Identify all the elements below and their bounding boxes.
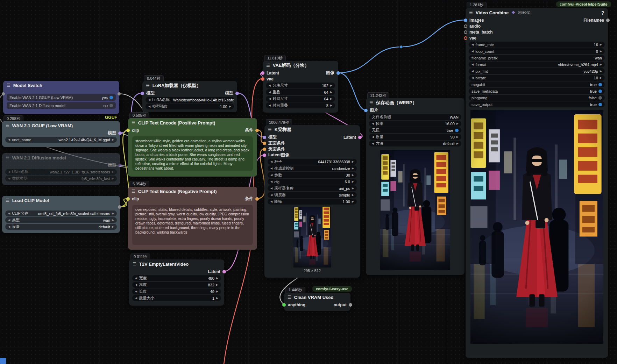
node-wan-diffusion[interactable]: ☰WAN 2.1 Diffusion model 模型 ◀ UNet名称 wan… bbox=[2, 153, 120, 185]
output-port[interactable] bbox=[349, 303, 352, 307]
collapse-icon[interactable]: ☰ bbox=[469, 10, 473, 15]
widget-method[interactable]: ◀方法default▶ bbox=[369, 141, 461, 147]
spinner-right-icon[interactable]: ▶ bbox=[216, 297, 218, 300]
widget-overlap[interactable]: ◀重叠64▶ bbox=[266, 89, 335, 95]
collapse-icon[interactable]: ☰ bbox=[268, 127, 272, 132]
spinner-left-icon[interactable]: ◀ bbox=[471, 76, 474, 79]
comfyui-canvas[interactable]: { "nodes": { "model_switch": { "title": … bbox=[0, 0, 617, 364]
spinner-right-icon[interactable]: ▶ bbox=[352, 167, 354, 170]
collapse-icon[interactable]: ☰ bbox=[288, 295, 291, 300]
collapse-icon[interactable]: ☰ bbox=[6, 123, 9, 128]
node-ksampler[interactable]: ☰K采样器 模型 Latent 正面条件 负面条件 Latent图像 ◀种子64… bbox=[264, 125, 360, 278]
widget-seed[interactable]: ◀种子644173133686038▶ bbox=[268, 159, 357, 165]
spinner-right-icon[interactable]: ▶ bbox=[216, 290, 218, 293]
toggle-on-icon[interactable] bbox=[598, 90, 602, 93]
spinner-left-icon[interactable]: ◀ bbox=[135, 277, 137, 280]
widget-device[interactable]: ◀ 设备 default ▶ bbox=[5, 224, 117, 230]
node-video-combine[interactable]: ☰ Video Combine ❖ ⓋⒽⓈ ? images Filenames… bbox=[466, 8, 608, 358]
widget-save-metadata[interactable]: save_metadatatrue bbox=[469, 88, 605, 94]
spinner-right-icon[interactable]: ▶ bbox=[456, 135, 459, 138]
spinner-left-icon[interactable]: ◀ bbox=[148, 98, 150, 101]
input-port-clip[interactable] bbox=[126, 197, 130, 201]
spinner-left-icon[interactable]: ◀ bbox=[270, 187, 272, 190]
spinner-left-icon[interactable]: ◀ bbox=[269, 84, 271, 87]
spinner-left-icon[interactable]: ◀ bbox=[135, 297, 137, 300]
spinner-left-icon[interactable]: ◀ bbox=[8, 177, 10, 180]
node-wan-gguf[interactable]: ☰WAN 2.1 GGUF (Low VRAM) 模型 ◀ unet_name … bbox=[2, 121, 120, 147]
widget-height[interactable]: ◀高度832▶ bbox=[132, 282, 221, 288]
collapse-icon[interactable]: ☰ bbox=[266, 63, 270, 68]
prompt-textarea[interactable]: overexposed, static, blurred details, su… bbox=[132, 205, 253, 245]
collapse-icon[interactable]: ☰ bbox=[133, 262, 136, 266]
spinner-left-icon[interactable]: ◀ bbox=[471, 63, 474, 66]
input-port-image[interactable] bbox=[364, 109, 368, 112]
spinner-left-icon[interactable]: ◀ bbox=[270, 200, 272, 203]
widget-frame-rate[interactable]: ◀frame_rate16▶ bbox=[469, 42, 605, 48]
output-port[interactable] bbox=[118, 92, 121, 95]
node-clip-text-encode-positive[interactable]: ☰CLIP Text Encode (Positive Prompt) clip… bbox=[128, 118, 257, 177]
widget-unet-name[interactable]: ◀ UNet名称 wan2.1_t2v_1.3B_fp16.safetensor… bbox=[5, 169, 117, 175]
input-port-audio[interactable] bbox=[464, 24, 467, 28]
spinner-right-icon[interactable]: ▶ bbox=[330, 104, 332, 107]
toggle-on-icon[interactable] bbox=[598, 83, 602, 86]
toggle-enable-diffusion[interactable]: Enable WAN 2.1 Diffusion model no bbox=[7, 102, 116, 109]
spinner-left-icon[interactable]: ◀ bbox=[269, 91, 271, 94]
output-port-conditioning[interactable] bbox=[255, 129, 259, 132]
widget-dtype[interactable]: ◀ 数据类型 fp8_e4m3fn_fast ▶ bbox=[5, 176, 117, 181]
widget-pix-fmt[interactable]: ◀pix_fmtyuv420p▶ bbox=[469, 68, 605, 74]
widget-quality[interactable]: ◀质量90▶ bbox=[369, 134, 461, 140]
input-port-vae[interactable] bbox=[261, 77, 264, 81]
input-port-negative[interactable] bbox=[263, 148, 266, 151]
node-t2v-empty-latent-video[interactable]: ☰T2V EmptyLatentVideo Latent ◀宽度480▶ ◀高度… bbox=[129, 259, 224, 306]
output-port-latent[interactable] bbox=[222, 270, 226, 273]
spinner-left-icon[interactable]: ◀ bbox=[372, 122, 374, 125]
spinner-right-icon[interactable]: ▶ bbox=[112, 219, 114, 222]
spinner-right-icon[interactable]: ▶ bbox=[352, 160, 354, 163]
collapse-icon[interactable]: ☰ bbox=[132, 189, 135, 194]
spinner-left-icon[interactable]: ◀ bbox=[270, 167, 272, 170]
input-port-images[interactable] bbox=[464, 19, 467, 22]
spinner-left-icon[interactable]: ◀ bbox=[270, 173, 272, 177]
input-port-model[interactable] bbox=[141, 92, 144, 95]
node-load-clip[interactable]: ☰Load CLIP Model ◀ CLIP名称 umt5_xxl_fp8_e… bbox=[2, 196, 120, 233]
spinner-right-icon[interactable]: ▶ bbox=[330, 84, 332, 87]
canvas-corner-button[interactable] bbox=[0, 358, 6, 364]
output-port-model[interactable] bbox=[235, 92, 239, 95]
toggle-off-icon[interactable] bbox=[109, 104, 113, 107]
spinner-right-icon[interactable]: ▶ bbox=[600, 76, 602, 79]
spinner-left-icon[interactable]: ◀ bbox=[8, 225, 10, 228]
spinner-right-icon[interactable]: ▶ bbox=[112, 225, 114, 228]
spinner-right-icon[interactable]: ▶ bbox=[600, 43, 602, 46]
widget-pingpong[interactable]: pingpongfalse bbox=[469, 95, 605, 101]
widget-length[interactable]: ◀长度49▶ bbox=[132, 288, 221, 294]
spinner-left-icon[interactable]: ◀ bbox=[8, 138, 10, 141]
widget-clip-name[interactable]: ◀ CLIP名称 umt5_xxl_fp8_e4m3fn_scaled.safe… bbox=[5, 210, 117, 216]
spinner-left-icon[interactable]: ◀ bbox=[270, 193, 272, 197]
prompt-textarea[interactable]: steamboat willie style, golden era anima… bbox=[132, 136, 253, 171]
widget-denoise[interactable]: ◀降噪1.00▶ bbox=[268, 199, 357, 205]
spinner-left-icon[interactable]: ◀ bbox=[372, 135, 374, 138]
spinner-left-icon[interactable]: ◀ bbox=[135, 290, 137, 293]
node-lora-loader[interactable]: ☰LoRA加载器（仅模型） 模型 模型 ◀ LoRA名称 Wan\steambo… bbox=[142, 81, 237, 112]
output-port-latent[interactable] bbox=[358, 136, 362, 139]
input-port-positive[interactable] bbox=[263, 142, 266, 145]
spinner-right-icon[interactable]: ▶ bbox=[216, 283, 218, 286]
widget-filename-prefix[interactable]: 文件名前缀WAN bbox=[369, 114, 461, 120]
node-clip-text-encode-negative[interactable]: ☰CLIP Text Encode (Negative Prompt) clip… bbox=[128, 187, 257, 250]
widget-unet-name[interactable]: ◀ unet_name wan2.1-t2v-14b-Q4_K_M.gguf ▶ bbox=[5, 137, 117, 143]
spinner-left-icon[interactable]: ◀ bbox=[148, 105, 150, 108]
widget-format[interactable]: ◀formatvideo/nvenc_h264-mp4▶ bbox=[469, 62, 605, 67]
widget-fps[interactable]: ◀帧率16.00▶ bbox=[369, 121, 461, 127]
input-port-latent[interactable] bbox=[261, 71, 264, 75]
widget-type[interactable]: ◀ 类型 wan ▶ bbox=[5, 217, 117, 223]
input-port-model[interactable] bbox=[263, 136, 266, 139]
spinner-right-icon[interactable]: ▶ bbox=[600, 50, 602, 53]
widget-filename-prefix[interactable]: filename_prefixwan bbox=[469, 55, 605, 61]
spinner-right-icon[interactable]: ▶ bbox=[352, 187, 354, 190]
input-port-latent-image[interactable] bbox=[263, 154, 266, 157]
input-port-vae[interactable] bbox=[464, 36, 467, 40]
widget-temporal-size[interactable]: ◀时间尺寸64▶ bbox=[266, 96, 335, 102]
spinner-right-icon[interactable]: ▶ bbox=[600, 63, 602, 66]
collapse-icon[interactable]: ☰ bbox=[6, 198, 9, 203]
widget-scheduler[interactable]: ◀调度器simple▶ bbox=[268, 192, 357, 198]
